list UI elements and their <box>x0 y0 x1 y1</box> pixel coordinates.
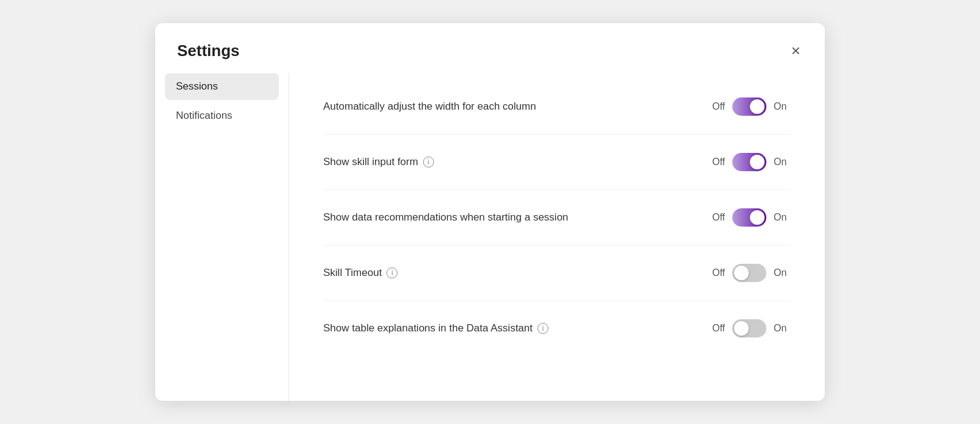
settings-modal: Settings × SessionsNotifications Automat… <box>155 23 825 401</box>
setting-label-auto-adjust-width: Automatically adjust the width for each … <box>323 101 536 113</box>
setting-row-auto-adjust-width: Automatically adjust the width for each … <box>323 79 791 135</box>
toggle-group-show-data-recommendations: OffOn <box>708 208 791 227</box>
toggle-off-label-show-data-recommendations: Off <box>708 212 725 223</box>
toggle-off-label-show-table-explanations: Off <box>708 323 725 334</box>
setting-row-show-skill-input: Show skill input formiOffOn <box>323 135 791 190</box>
toggle-group-auto-adjust-width: OffOn <box>708 97 791 116</box>
toggle-on-label-skill-timeout: On <box>774 267 791 278</box>
toggle-on-label-auto-adjust-width: On <box>774 101 791 112</box>
info-icon-show-table-explanations[interactable]: i <box>537 323 548 334</box>
info-icon-skill-timeout[interactable]: i <box>387 267 397 278</box>
setting-label-show-data-recommendations: Show data recommendations when starting … <box>323 211 569 224</box>
toggle-on-label-show-skill-input: On <box>774 157 791 168</box>
toggle-off-label-show-skill-input: Off <box>708 157 725 168</box>
toggle-group-show-skill-input: OffOn <box>708 153 791 171</box>
sidebar-item-sessions[interactable]: Sessions <box>165 73 279 100</box>
toggle-show-skill-input[interactable] <box>732 153 766 171</box>
modal-title: Settings <box>177 41 240 60</box>
settings-content: Automatically adjust the width for each … <box>289 73 825 401</box>
toggle-auto-adjust-width[interactable] <box>732 97 766 116</box>
toggle-group-show-table-explanations: OffOn <box>708 319 791 337</box>
toggle-off-label-auto-adjust-width: Off <box>708 101 725 112</box>
sidebar-item-notifications[interactable]: Notifications <box>165 102 279 129</box>
toggle-on-label-show-data-recommendations: On <box>774 212 791 223</box>
toggle-group-skill-timeout: OffOn <box>708 264 791 282</box>
toggle-on-label-show-table-explanations: On <box>774 323 791 334</box>
info-icon-show-skill-input[interactable]: i <box>423 157 434 168</box>
modal-body: SessionsNotifications Automatically adju… <box>155 67 825 401</box>
setting-label-show-skill-input: Show skill input formi <box>323 156 434 168</box>
toggle-show-data-recommendations[interactable] <box>732 208 766 227</box>
close-button[interactable]: × <box>789 40 803 61</box>
toggle-show-table-explanations[interactable] <box>732 319 766 337</box>
setting-row-show-data-recommendations: Show data recommendations when starting … <box>323 190 791 246</box>
toggle-off-label-skill-timeout: Off <box>708 267 725 278</box>
setting-label-show-table-explanations: Show table explanations in the Data Assi… <box>323 322 548 334</box>
setting-row-skill-timeout: Skill TimeoutiOffOn <box>323 246 791 301</box>
toggle-skill-timeout[interactable] <box>732 264 766 282</box>
setting-row-show-table-explanations: Show table explanations in the Data Assi… <box>323 301 791 356</box>
sidebar: SessionsNotifications <box>155 73 289 401</box>
setting-label-skill-timeout: Skill Timeouti <box>323 267 397 279</box>
modal-header: Settings × <box>155 23 825 67</box>
